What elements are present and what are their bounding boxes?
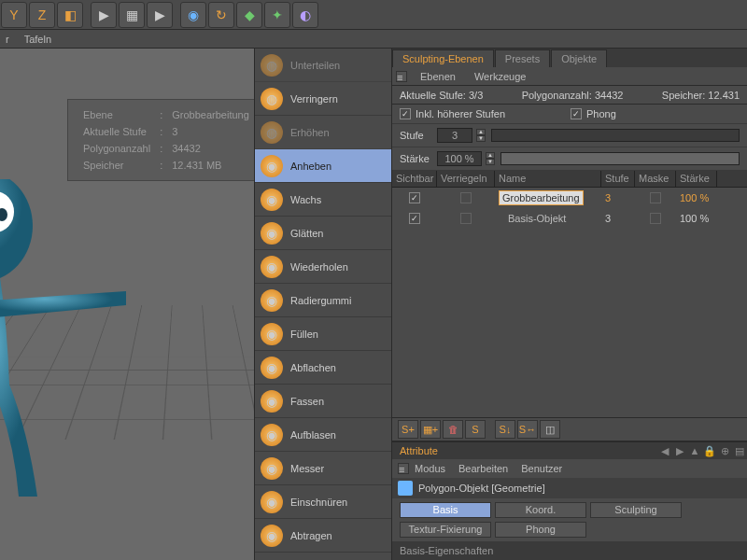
merge-icon[interactable]: S↓ [495, 420, 515, 439]
nav-back-icon[interactable]: ◀ [657, 445, 672, 457]
starke-slider[interactable] [500, 152, 740, 165]
chk-visible[interactable]: ✓ [409, 213, 420, 224]
tool-unterteilen[interactable]: ◍Unterteilen [255, 49, 391, 82]
tool-icon: ◉ [261, 323, 283, 345]
layer-row[interactable]: ✓Basis-Objekt3100 % [392, 208, 747, 229]
play2-icon[interactable]: ▶ [147, 2, 173, 28]
chk-mask[interactable] [650, 192, 661, 203]
mirror-icon[interactable]: ◫ [540, 420, 560, 439]
add-layer-icon[interactable]: S+ [398, 420, 418, 439]
attribute-panel: Attribute ◀ ▶ ▲ 🔒 ⊕ ▤ ≡ Modus Bearbeiten… [392, 441, 747, 560]
record-icon[interactable]: ▦ [119, 2, 145, 28]
tool-icon: ◉ [261, 357, 283, 379]
btn-phong[interactable]: Phong [495, 522, 586, 538]
layer-actions: S+ ▦+ 🗑 S S↓ S↔ ◫ [392, 417, 747, 441]
deformer-icon[interactable]: ◐ [292, 2, 318, 28]
stufe-row: Stufe 3 ▲▼ [392, 124, 747, 147]
tab-presets[interactable]: Presets [495, 49, 550, 67]
chk-lock[interactable] [460, 213, 472, 224]
tool-abflachen[interactable]: ◉Abflachen [255, 351, 391, 385]
attr-modus[interactable]: Modus [415, 463, 445, 474]
tab-attribute[interactable]: Attribute [392, 443, 445, 458]
tool-füllen[interactable]: ◉Füllen [255, 317, 391, 351]
btn-sculpting[interactable]: Sculpting [590, 502, 682, 518]
stufe-input[interactable]: 3 [437, 128, 472, 143]
nav-fwd-icon[interactable]: ▶ [672, 445, 687, 457]
btn-basis[interactable]: Basis [400, 502, 491, 518]
subtab-ebenen[interactable]: Ebenen [420, 71, 456, 82]
chk-visible[interactable]: ✓ [409, 192, 420, 203]
tool-fassen[interactable]: ◉Fassen [255, 385, 391, 418]
tool-icon: ◉ [261, 457, 283, 480]
add-folder-icon[interactable]: ▦+ [420, 420, 441, 439]
stufe-slider[interactable] [491, 129, 740, 142]
layer-row[interactable]: ✓Grobbearbeitung3100 % [392, 188, 747, 208]
tool-icon: ◉ [261, 189, 283, 211]
status-line: Aktuelle Stufe: 3/3 Polygonanzahl: 34432… [392, 86, 747, 105]
attr-tabs-row2: Textur-Fixierung Phong [392, 522, 747, 541]
tool-icon: ◉ [261, 390, 283, 413]
attr-menu-icon[interactable]: ≡ [398, 463, 409, 474]
right-panel: Sculpting-Ebenen Presets Objekte ≡ Ebene… [392, 49, 747, 560]
tool-icon: ◍ [261, 121, 283, 144]
btn-textur[interactable]: Textur-Fixierung [400, 522, 491, 538]
menu-tafeln[interactable]: Tafeln [24, 34, 51, 45]
chk-mask[interactable] [650, 213, 661, 224]
tool-aufblasen[interactable]: ◉Aufblasen [255, 418, 391, 452]
spline-icon[interactable]: ↻ [208, 2, 234, 28]
tool-verringern[interactable]: ◍Verringern [255, 82, 391, 116]
axis-z-icon[interactable]: Z [29, 2, 55, 28]
viewport-info: Ebene:Grobbearbeitung Aktuelle Stufe:3 P… [67, 99, 254, 181]
subtab-werkzeuge[interactable]: Werkzeuge [474, 71, 526, 82]
layer-name-edit[interactable]: Grobbearbeitung [499, 190, 584, 205]
tool-wiederholen[interactable]: ◉Wiederholen [255, 250, 391, 284]
starke-stepper[interactable]: ▲▼ [486, 152, 495, 165]
chk-inkl[interactable]: ✓ [400, 108, 411, 119]
tool-einschnüren[interactable]: ◉Einschnüren [255, 485, 391, 519]
tool-glätten[interactable]: ◉Glätten [255, 217, 391, 250]
play-icon[interactable]: ▶ [91, 2, 117, 28]
lock-icon[interactable]: 🔒 [702, 445, 717, 457]
generator-icon[interactable]: ◆ [236, 2, 262, 28]
tool-anheben[interactable]: ◉Anheben [255, 149, 391, 183]
tab-sculpting-ebenen[interactable]: Sculpting-Ebenen [392, 49, 494, 67]
tool-radiergummi[interactable]: ◉Radiergummi [255, 284, 391, 317]
stufe-stepper[interactable]: ▲▼ [476, 129, 486, 142]
attr-benutzer[interactable]: Benutzer [521, 463, 562, 474]
tool-abtragen[interactable]: ◉Abtragen [255, 519, 391, 553]
menu2-icon[interactable]: ▤ [732, 445, 747, 457]
starke-input[interactable]: 100 % [437, 151, 482, 166]
nav-up-icon[interactable]: ▲ [687, 445, 702, 457]
tool-icon: ◉ [261, 491, 283, 513]
link-icon[interactable]: ⊕ [717, 445, 732, 457]
character-mesh [0, 179, 131, 506]
delete-icon[interactable]: 🗑 [443, 420, 463, 439]
layer-s-icon[interactable]: S [465, 420, 486, 439]
axis-y-icon[interactable]: Y [1, 2, 27, 28]
prim-cube-icon[interactable]: ◉ [180, 2, 206, 28]
cube-icon[interactable]: ◧ [57, 2, 83, 28]
tool-wachs[interactable]: ◉Wachs [255, 183, 391, 217]
section-basis: Basis-Eigenschaften [392, 541, 747, 560]
sculpt-tools: ◍Unterteilen◍Verringern◍Erhöhen◉Anheben◉… [254, 49, 392, 560]
particles-icon[interactable]: ✦ [264, 2, 290, 28]
tool-icon: ◉ [261, 155, 283, 177]
layer-table-header: SichtbarVerriegeln NameStufe MaskeStärke [392, 171, 747, 188]
chk-phong[interactable]: ✓ [571, 108, 582, 119]
viewport[interactable]: Ebene:Grobbearbeitung Aktuelle Stufe:3 P… [0, 49, 254, 560]
chk-lock[interactable] [460, 192, 472, 203]
menu-icon[interactable]: ≡ [396, 71, 407, 82]
tool-messer[interactable]: ◉Messer [255, 452, 391, 485]
menu-r[interactable]: r [6, 34, 9, 45]
flip-icon[interactable]: S↔ [517, 420, 538, 439]
tool-icon: ◉ [261, 256, 283, 278]
starke-row: Stärke 100 % ▲▼ [392, 147, 747, 171]
tab-objekte[interactable]: Objekte [551, 49, 607, 67]
tool-icon: ◍ [261, 88, 283, 110]
btn-koord[interactable]: Koord. [495, 502, 586, 518]
tool-erhöhen[interactable]: ◍Erhöhen [255, 116, 391, 149]
tool-icon: ◉ [261, 222, 283, 245]
panel-subtabs: ≡ Ebenen Werkzeuge [392, 67, 747, 86]
attr-bearbeiten[interactable]: Bearbeiten [458, 463, 508, 474]
top-toolbar: Y Z ◧ ▶ ▦ ▶ ◉ ↻ ◆ ✦ ◐ [0, 0, 747, 30]
